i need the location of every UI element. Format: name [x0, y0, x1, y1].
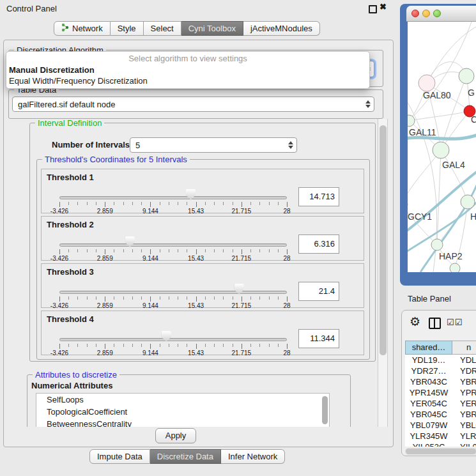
table-row[interactable]: YIL053CYIL0	[405, 441, 476, 447]
zoom-traffic-light[interactable]	[433, 10, 441, 17]
numerical-attributes-label: Numerical Attributes	[31, 381, 112, 390]
threshold-label: Threshold 2	[47, 220, 94, 229]
minimize-traffic-light[interactable]	[422, 10, 430, 17]
tick-label: 15.43	[188, 349, 204, 357]
list-scrollbar-thumb[interactable]	[322, 396, 328, 424]
node-label: HAP2	[439, 251, 463, 261]
settings-scrollbar-thumb[interactable]	[380, 125, 387, 355]
threshold-panel: Threshold 4 -3.426 2.859 9.144 15.43 21.…	[41, 311, 364, 355]
network-window-titlebar[interactable]	[406, 6, 476, 22]
thresholds-group-title: Threshold's Coordinates for 5 Intervals	[42, 155, 190, 164]
cell: YBL0	[452, 420, 476, 431]
cell: YBL079W	[405, 420, 452, 431]
split-columns-icon[interactable]	[429, 318, 441, 329]
tick-label: 9.144	[142, 349, 158, 357]
threshold-2-slider[interactable]: -3.426 2.859 9.144 15.43 21.715 28	[59, 236, 287, 262]
table-row[interactable]: YBR045CYBR0	[405, 409, 476, 420]
float-window-icon[interactable]	[369, 5, 377, 13]
apply-button[interactable]: Apply	[155, 428, 196, 443]
table-row[interactable]: YLR345WYLR3	[405, 431, 476, 441]
slider-track[interactable]	[59, 243, 287, 247]
tab-impute-data[interactable]: Impute Data	[89, 449, 150, 464]
network-canvas[interactable]: GAL80 G C GAL11 GAL4 GCY1 H HAP2	[408, 22, 476, 272]
node-hap2[interactable]	[431, 239, 443, 250]
tick-label: 28	[283, 349, 290, 357]
cell: YBR045C	[405, 409, 452, 420]
algorithm-dropdown-popup: Select algorithm to view settings Manual…	[6, 51, 370, 89]
node[interactable]	[450, 263, 460, 272]
tab-cyni-toolbox[interactable]: Cyni Toolbox	[181, 21, 243, 36]
close-icon[interactable]: ✖	[380, 2, 387, 12]
spinner-up-icon	[288, 141, 293, 144]
network-view-window[interactable]: GAL80 G C GAL11 GAL4 GCY1 H HAP2	[400, 4, 476, 286]
close-traffic-light[interactable]	[411, 10, 419, 17]
table-horizontal-scrollbar[interactable]	[405, 448, 476, 455]
bottom-tab-bar: Impute Data Discretize Data Infer Networ…	[89, 449, 285, 464]
slider-track[interactable]	[59, 291, 287, 294]
tab-discretize-data[interactable]: Discretize Data	[150, 449, 221, 464]
gear-icon[interactable]: ⚙	[410, 314, 420, 329]
tick-label: -3.426	[50, 208, 68, 215]
cell: YDR2	[452, 365, 476, 376]
settings-scrollbar[interactable]	[378, 119, 388, 427]
node[interactable]	[459, 68, 474, 84]
list-item[interactable]: SelfLoops	[36, 394, 329, 406]
table-row[interactable]: YDL19…YDL1	[405, 355, 476, 365]
table-data-combo[interactable]: galFiltered.sif default node	[12, 96, 374, 112]
tick-label: 28	[283, 255, 290, 262]
threshold-4-value-field[interactable]: 11.344	[298, 329, 339, 348]
checkbox-icons[interactable]: ☑☑	[447, 318, 463, 327]
threshold-3-slider[interactable]: -3.426 2.859 9.144 15.43 21.715 28	[59, 284, 287, 309]
number-of-intervals-combo[interactable]: 5	[130, 137, 297, 153]
list-item[interactable]: TopologicalCoefficient	[36, 406, 329, 418]
tick-label: 9.144	[142, 208, 158, 215]
threshold-1-value-field[interactable]: 14.713	[298, 187, 339, 206]
column-header-name[interactable]: n	[452, 341, 476, 355]
node-label: G	[468, 88, 475, 98]
dropdown-item-equal-width-frequency[interactable]: Equal Width/Frequency Discretization	[9, 76, 148, 86]
node-gal80[interactable]	[418, 75, 435, 91]
numerical-attributes-list[interactable]: SelfLoops TopologicalCoefficient Between…	[36, 393, 330, 427]
tick-label: 2.859	[97, 349, 113, 357]
attributes-group-title: Attributes to discretize	[33, 370, 119, 380]
cell: YBR043C	[405, 376, 452, 387]
table-horizontal-scrollbar-thumb[interactable]	[406, 449, 476, 454]
tab-network[interactable]: Network	[54, 21, 111, 36]
slider-track[interactable]	[59, 196, 287, 199]
table-row[interactable]: YBR043CYBR0	[405, 376, 476, 387]
table-row[interactable]: YER054CYER0	[405, 398, 476, 409]
tick-label: 9.144	[142, 255, 158, 262]
number-of-intervals-value: 5	[135, 141, 140, 150]
cell: YPR145W	[405, 387, 452, 398]
table-row[interactable]: YPR145WYPR1	[405, 387, 476, 398]
tab-select[interactable]: Select	[144, 21, 181, 36]
slider-major-ticks	[59, 344, 288, 349]
threshold-1-slider[interactable]: -3.426 2.859 9.144 15.43 21.715 28	[59, 189, 287, 215]
list-item[interactable]: BetweennessCentrality	[36, 418, 329, 427]
threshold-label: Threshold 3	[47, 267, 94, 277]
node[interactable]	[461, 195, 475, 209]
slider-track[interactable]	[59, 338, 287, 341]
table-row[interactable]: YDR27…YDR2	[405, 365, 476, 376]
threshold-panel: Threshold 1 -3.426 2.859 9.144 15.43 21.…	[41, 169, 364, 213]
node-label: H	[470, 211, 476, 222]
table-body: YDL19…YDL1 YDR27…YDR2 YBR043CYBR0 YPR145…	[405, 355, 476, 447]
attributes-group: Attributes to discretize Numerical Attri…	[27, 374, 351, 427]
tab-style[interactable]: Style	[111, 21, 144, 36]
threshold-4-slider[interactable]: -3.426 2.859 9.144 15.43 21.715 28	[59, 331, 287, 357]
threshold-2-value-field[interactable]: 6.316	[298, 234, 339, 254]
spinner-icon	[365, 100, 371, 108]
column-header-shared-name[interactable]: shared…	[405, 341, 452, 355]
table-row[interactable]: YBL079WYBL0	[405, 420, 476, 431]
tick-label: -3.426	[50, 255, 68, 262]
tab-jactivemnodules[interactable]: jActiveMNodules	[243, 21, 320, 36]
cell: YBR0	[452, 409, 476, 420]
tab-infer-network[interactable]: Infer Network	[221, 449, 285, 464]
tick-label: 21.715	[232, 208, 252, 215]
dropdown-placeholder-item: Select algorithm to view settings	[6, 54, 369, 63]
table-header-row: shared… n	[405, 341, 476, 355]
threshold-3-value-field[interactable]: 21.4	[298, 282, 339, 301]
dropdown-item-manual-discretization[interactable]: Manual Discretization	[9, 65, 95, 75]
slider-major-ticks	[59, 296, 288, 302]
node-gal4[interactable]	[433, 142, 449, 158]
